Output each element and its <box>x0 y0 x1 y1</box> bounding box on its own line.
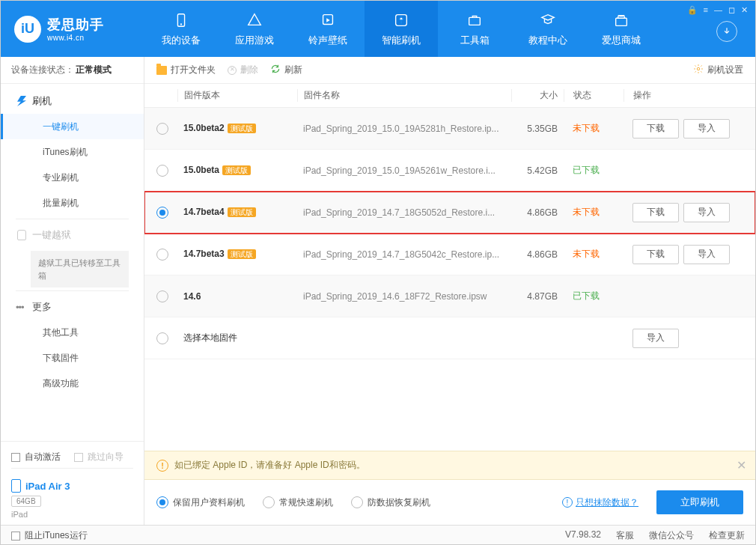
flash-now-button[interactable]: 立即刷机 <box>656 490 743 514</box>
main-nav: 我的设备应用游戏铃声壁纸智能刷机工具箱教程中心爱思商城 <box>144 1 658 57</box>
firmware-filename: iPad_Spring_2019_14.6_18F72_Restore.ipsw <box>297 291 511 302</box>
firmware-row[interactable]: 14.6iPad_Spring_2019_14.6_18F72_Restore.… <box>144 275 755 317</box>
delete-icon <box>228 66 237 75</box>
window-controls: 🔒 ≡ — ◻ ✕ <box>687 5 748 15</box>
firmware-filename: iPad_Spring_2019_15.0_19A5261w_Restore.i… <box>297 165 511 176</box>
alert-close-icon[interactable]: ✕ <box>737 458 746 472</box>
skip-guide-checkbox[interactable] <box>74 453 83 462</box>
skip-guide-label: 跳过向导 <box>88 451 124 463</box>
nav-toolbox[interactable]: 工具箱 <box>438 1 511 57</box>
sidebar-item-3[interactable]: 批量刷机 <box>1 190 144 216</box>
info-icon: ! <box>562 497 573 508</box>
firmware-row[interactable]: 选择本地固件导入 <box>144 317 755 359</box>
flash-mode-2[interactable]: 防数据恢复刷机 <box>351 496 430 509</box>
flash-settings-button[interactable]: 刷机设置 <box>693 64 743 76</box>
firmware-row[interactable]: 14.7beta4测试版iPad_Spring_2019_14.7_18G505… <box>144 192 755 234</box>
device-info[interactable]: iPad Air 3 64GB iPad <box>11 473 133 519</box>
toolbox-icon <box>466 11 484 29</box>
apps-icon <box>246 11 263 29</box>
firmware-row[interactable]: 15.0beta2测试版iPad_Spring_2019_15.0_19A528… <box>144 108 755 150</box>
mode-radio[interactable] <box>156 496 168 508</box>
refresh-icon <box>270 64 281 76</box>
row-download-button[interactable]: 下载 <box>632 245 679 264</box>
sidebar-more-item-1[interactable]: 下载固件 <box>1 345 144 371</box>
row-radio[interactable] <box>156 290 168 302</box>
delete-button[interactable]: 删除 <box>228 64 258 76</box>
nav-device[interactable]: 我的设备 <box>144 1 218 57</box>
device-name: iPad Air 3 <box>11 479 133 493</box>
refresh-button[interactable]: 刷新 <box>270 64 302 76</box>
app-header: iU 爱思助手 www.i4.cn 我的设备应用游戏铃声壁纸智能刷机工具箱教程中… <box>1 1 755 57</box>
th-version: 固件版本 <box>177 89 297 102</box>
row-import-button[interactable]: 导入 <box>683 245 730 264</box>
firmware-row[interactable]: 15.0beta测试版iPad_Spring_2019_15.0_19A5261… <box>144 150 755 192</box>
close-icon[interactable]: ✕ <box>741 5 748 15</box>
row-download-button[interactable]: 下载 <box>632 203 679 222</box>
footer-support[interactable]: 客服 <box>616 529 634 542</box>
firmware-status: 已下载 <box>564 290 624 302</box>
row-radio[interactable] <box>156 249 168 261</box>
row-import-button[interactable]: 导入 <box>683 119 730 138</box>
sidebar-item-2[interactable]: 专业刷机 <box>1 165 144 190</box>
nav-store[interactable]: 爱思商城 <box>585 1 658 57</box>
beta-badge: 测试版 <box>228 124 256 133</box>
menu-icon[interactable]: ≡ <box>704 5 708 15</box>
svg-rect-4 <box>469 17 481 25</box>
sidebar-more[interactable]: 更多 <box>1 294 144 320</box>
open-folder-button[interactable]: 打开文件夹 <box>156 64 216 76</box>
row-download-button[interactable]: 下载 <box>632 119 679 138</box>
sidebar: 设备连接状态： 正常模式 刷机 一键刷机iTunes刷机专业刷机批量刷机 一键越… <box>1 57 144 525</box>
row-radio[interactable] <box>156 207 168 219</box>
svg-point-1 <box>181 24 182 25</box>
block-itunes-checkbox[interactable] <box>11 532 20 541</box>
row-radio[interactable] <box>156 332 168 344</box>
minimize-icon[interactable]: — <box>714 5 722 15</box>
apple-id-alert: ! 如已绑定 Apple ID，请准备好 Apple ID和密码。 ✕ <box>144 451 755 480</box>
firmware-status: 已下载 <box>564 164 624 177</box>
logo: iU 爱思助手 www.i4.cn <box>1 16 144 43</box>
firmware-status: 未下载 <box>564 122 624 135</box>
nav-apps[interactable]: 应用游戏 <box>218 1 291 57</box>
maximize-icon[interactable]: ◻ <box>728 5 735 15</box>
sidebar-head-flash[interactable]: 刷机 <box>1 88 144 114</box>
app-domain: www.i4.cn <box>47 34 104 42</box>
firmware-row[interactable]: 14.7beta3测试版iPad_Spring_2019_14.7_18G504… <box>144 234 755 275</box>
row-radio[interactable] <box>156 165 168 177</box>
auto-activate-checkbox[interactable] <box>11 453 20 462</box>
device-type: iPad <box>11 510 133 519</box>
sidebar-item-1[interactable]: iTunes刷机 <box>1 139 144 165</box>
table-header: 固件版本 固件名称 大小 状态 操作 <box>144 84 755 108</box>
row-import-button[interactable]: 导入 <box>683 203 730 222</box>
sidebar-item-0[interactable]: 一键刷机 <box>1 114 144 139</box>
flash-icon <box>392 11 410 29</box>
firmware-size: 4.86GB <box>511 207 564 218</box>
footer-wechat[interactable]: 微信公众号 <box>649 529 694 542</box>
flash-mode-0[interactable]: 保留用户资料刷机 <box>156 496 245 509</box>
svg-rect-5 <box>616 18 627 25</box>
lock-icon[interactable]: 🔒 <box>687 5 698 15</box>
sidebar-more-item-0[interactable]: 其他工具 <box>1 320 144 345</box>
beta-badge: 测试版 <box>228 249 256 259</box>
warning-icon: ! <box>156 460 168 472</box>
flash-mode-1[interactable]: 常规快速刷机 <box>263 496 333 509</box>
toolbar: 打开文件夹 删除 刷新 刷机设置 <box>144 57 755 84</box>
sidebar-more-item-2[interactable]: 高级功能 <box>1 371 144 396</box>
row-radio[interactable] <box>156 123 168 135</box>
flash-mode-bar: 保留用户资料刷机常规快速刷机防数据恢复刷机 ! 只想抹除数据？ 立即刷机 <box>144 480 755 525</box>
footer-update[interactable]: 检查更新 <box>709 529 745 542</box>
firmware-filename: iPad_Spring_2019_14.7_18G5042c_Restore.i… <box>297 249 511 260</box>
nav-tutorial[interactable]: 教程中心 <box>511 1 585 57</box>
folder-icon <box>156 66 167 75</box>
auto-activate-label: 自动激活 <box>25 451 61 463</box>
nav-flash[interactable]: 智能刷机 <box>365 1 438 57</box>
firmware-status: 未下载 <box>564 248 624 261</box>
gear-icon <box>693 64 704 76</box>
erase-data-link[interactable]: ! 只想抹除数据？ <box>562 496 638 509</box>
mode-radio[interactable] <box>263 496 275 508</box>
nav-ringtone[interactable]: 铃声壁纸 <box>291 1 365 57</box>
firmware-filename: iPad_Spring_2019_15.0_19A5281h_Restore.i… <box>297 124 511 134</box>
app-name: 爱思助手 <box>47 16 104 34</box>
download-indicator-icon[interactable] <box>716 21 737 42</box>
row-import-button[interactable]: 导入 <box>632 329 679 348</box>
mode-radio[interactable] <box>351 496 363 508</box>
